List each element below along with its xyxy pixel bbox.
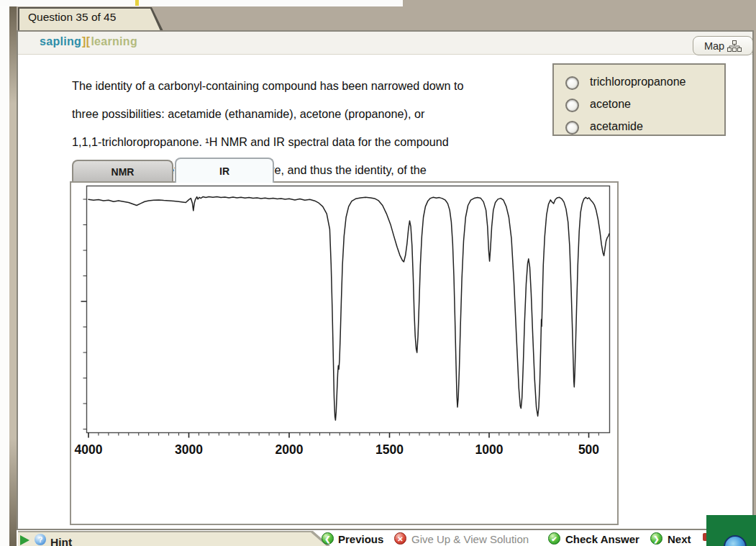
browser-top-strip bbox=[0, 0, 403, 6]
next-arrow-icon[interactable]: ❯ bbox=[650, 532, 662, 545]
x-axis-tick-label: 2000 bbox=[275, 442, 304, 457]
x-axis-tick-label: 4000 bbox=[75, 442, 103, 457]
x-axis-tick-label: 1000 bbox=[475, 442, 504, 457]
left-rail bbox=[9, 6, 17, 546]
map-button[interactable]: Map bbox=[693, 36, 753, 55]
radio-button-trichloropropanone[interactable] bbox=[565, 76, 579, 90]
previous-arrow-icon[interactable]: ❮ bbox=[322, 532, 334, 545]
ir-spectrum-plot: 40003000200015001000500 bbox=[71, 183, 617, 524]
give-up-button[interactable]: Give Up & View Solution bbox=[411, 533, 529, 545]
check-answer-button[interactable]: Check Answer bbox=[565, 533, 639, 545]
choice-label: trichloropropanone bbox=[590, 76, 686, 88]
x-axis-tick-label: 1500 bbox=[375, 442, 404, 457]
x-axis-tick-label: 3000 bbox=[175, 442, 203, 457]
logo-learning-text: learning bbox=[91, 35, 137, 47]
choice-label: acetamide bbox=[590, 120, 643, 133]
answer-choices-panel: trichloropropanone acetone acetamide bbox=[552, 63, 726, 136]
hint-question-icon[interactable]: ? bbox=[35, 534, 46, 545]
check-answer-check-icon[interactable]: ✔ bbox=[548, 532, 560, 545]
radio-button-acetone[interactable] bbox=[565, 99, 579, 112]
tab-nmr[interactable]: NMR bbox=[72, 160, 173, 183]
question-line: The identity of a carbonyl-containing co… bbox=[72, 79, 547, 94]
choice-row-acetamide[interactable]: acetamide bbox=[554, 117, 724, 139]
app-page: Question 35 of 45 sapling][learning Map … bbox=[0, 0, 756, 546]
question-tab-label: Question 35 of 45 bbox=[28, 11, 116, 24]
map-button-label: Map bbox=[704, 40, 724, 52]
previous-button[interactable]: Previous bbox=[338, 533, 383, 545]
logo-sapling-text: sapling bbox=[40, 35, 81, 47]
x-axis-tick-label: 500 bbox=[578, 442, 599, 457]
choice-row-acetone[interactable]: acetone bbox=[554, 94, 724, 117]
brand-logo-icon bbox=[724, 535, 747, 546]
give-up-x-icon[interactable]: ✕ bbox=[394, 532, 406, 545]
top-strip-marker bbox=[135, 0, 139, 6]
question-line: three possibilities: acetamide (ethanami… bbox=[72, 107, 547, 122]
next-button[interactable]: Next bbox=[668, 533, 691, 545]
plot-frame bbox=[87, 186, 610, 433]
sitemap-icon bbox=[727, 40, 742, 52]
left-gutter bbox=[0, 6, 9, 546]
question-line: 1,1,1-trichloropropanone. ¹H NMR and IR … bbox=[72, 135, 547, 150]
logo-tree-icon: ][ bbox=[82, 35, 90, 47]
brand-overlay-block bbox=[706, 515, 756, 546]
radio-button-acetamide[interactable] bbox=[565, 121, 579, 135]
tab-nmr-label: NMR bbox=[111, 166, 135, 178]
hint-label: Hint bbox=[50, 536, 72, 546]
sapling-learning-logo: sapling][learning bbox=[40, 35, 137, 48]
hint-play-icon[interactable] bbox=[20, 535, 29, 545]
tab-ir-label: IR bbox=[219, 165, 229, 177]
tab-ir[interactable]: IR bbox=[175, 158, 274, 183]
choice-label: acetone bbox=[590, 98, 631, 111]
ir-transmittance-curve bbox=[88, 197, 609, 420]
choice-row-trichloropropanone[interactable]: trichloropropanone bbox=[554, 72, 724, 94]
